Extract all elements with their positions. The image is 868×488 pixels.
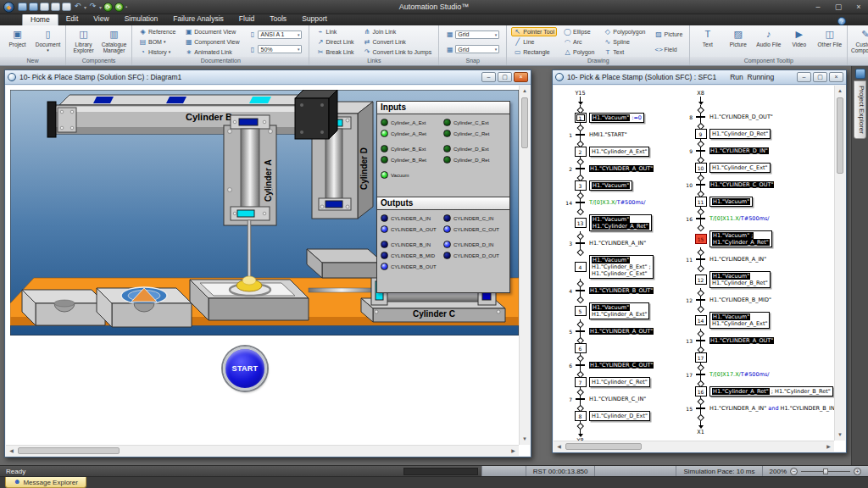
undo-icon[interactable]: ↶: [73, 3, 82, 11]
sfc-step-10[interactable]: 10H1."Cylinder_C_Ext": [682, 163, 837, 173]
qat-window-icon-1[interactable]: [18, 3, 27, 11]
help-icon[interactable]: ?: [837, 17, 846, 25]
50-select[interactable]: ▯50%▾: [246, 45, 304, 54]
catalogue-manager-button[interactable]: ▥Catalogue Manager: [99, 27, 129, 57]
qat-overflow-icon[interactable]: ▪: [125, 4, 127, 9]
sfc-close-button[interactable]: ×: [829, 72, 843, 82]
diagram-horizontal-scrollbar[interactable]: ◀ ▶: [6, 445, 519, 456]
scroll-left-icon[interactable]: ◀: [554, 441, 565, 452]
sfc-transition-14[interactable]: 14T/[0]X3.X/T#500ms/: [562, 198, 681, 207]
sfc-vertical-scrollbar[interactable]: ▲ ▼: [834, 86, 845, 441]
sfc-action-box[interactable]: H1."Vacuum"H1."Cylinder_B_Ret": [709, 271, 771, 288]
sfc-step-2[interactable]: 2H1."Cylinder_A_Ext": [562, 147, 681, 157]
sfc-jump-entry-X8[interactable]: X8: [682, 90, 719, 105]
sfc-restore-button[interactable]: ▢: [813, 72, 827, 82]
history-button[interactable]: ◔History▾: [136, 47, 178, 57]
sfc-step-box-2[interactable]: 2: [575, 147, 587, 157]
project-button[interactable]: ▣Project: [3, 27, 32, 57]
sfc-step-6[interactable]: 6: [562, 343, 681, 353]
sfc-step-5[interactable]: 5H1."Vacuum"H1."Cylinder_A_Ext": [562, 302, 681, 319]
start-button[interactable]: START: [223, 347, 267, 391]
field-button[interactable]: <>Field: [653, 45, 686, 54]
scroll-down-icon[interactable]: ▼: [520, 434, 530, 445]
sfc-step-box-4[interactable]: 4: [575, 262, 587, 272]
sfc-transition-7[interactable]: 7H1."CYLINDER_C_IN": [562, 395, 681, 403]
sfc-action-box[interactable]: H1."Vacuum" ;H1."Cylinder_A_Ret": [709, 230, 772, 247]
component-view-button[interactable]: ▦Component View: [182, 37, 242, 47]
sfc-jump-entry-Y15[interactable]: Y15: [562, 90, 598, 105]
diagram-window-titlebar[interactable]: 10- Pick & Place Stamp (Solution SFC) : …: [5, 70, 531, 85]
sfc-step-box-12[interactable]: 12: [695, 274, 707, 285]
pointer-tool-button[interactable]: ↖Pointer Tool: [511, 27, 557, 36]
sfc-action-box[interactable]: H1."Vacuum"H1."Cylinder_A_Ext": [589, 302, 649, 319]
sfc-action-box[interactable]: H1."Cylinder_C_Ext": [709, 163, 771, 173]
sfc-step-15[interactable]: 15H1."Vacuum" ;H1."Cylinder_A_Ret": [682, 230, 837, 247]
sfc-step-box-1[interactable]: 1: [575, 113, 587, 123]
sfc-step-box-9[interactable]: 9: [695, 129, 707, 139]
maximize-button[interactable]: ▢: [832, 3, 844, 11]
sfc-transition-5[interactable]: 5H1."CYLINDER_A_OUT": [562, 327, 681, 336]
sfc-transition-2[interactable]: 2H1."CYLINDER_A_OUT": [562, 164, 681, 173]
sfc-transition-9[interactable]: 9H1."CYLINDER_D_IN": [682, 147, 837, 155]
redo-icon[interactable]: ↷: [88, 3, 97, 11]
simulation-stop-icon[interactable]: ⟲: [114, 3, 124, 12]
sfc-step-box-13[interactable]: 13: [575, 218, 587, 228]
sfc-step-box-10[interactable]: 10: [695, 163, 707, 173]
sfc-step-13[interactable]: 13H1."Vacuum"H1."Cylinder_A_Ret": [562, 214, 681, 231]
polygon-button[interactable]: △Polygon: [561, 47, 597, 57]
qat-window-icon-2[interactable]: [29, 3, 38, 11]
close-button[interactable]: ×: [853, 3, 865, 11]
animated-link-button[interactable]: ∗Animated Link: [182, 47, 242, 57]
grid-select[interactable]: ▦Grid▾: [443, 45, 502, 54]
sfc-action-box[interactable]: H1."Vacuum": [589, 180, 632, 191]
sfc-step-box-7[interactable]: 7: [575, 377, 587, 387]
sfc-transition-16[interactable]: 16T/[0]X11.X/T#500ms/: [682, 214, 837, 223]
video-button[interactable]: ▶Video: [784, 27, 814, 57]
menu-tab-fluid[interactable]: Fluid: [231, 14, 262, 25]
sfc-action-box[interactable]: H1."Cylinder_D_Ret": [709, 129, 771, 139]
picture-button[interactable]: ▨Picture: [653, 30, 686, 39]
sfc-step-8[interactable]: 8H1."Cylinder_D_Ext": [562, 411, 681, 421]
sfc-step-box-8[interactable]: 8: [575, 411, 587, 421]
sfc-transition-11[interactable]: 11H1."CYLINDER_A_IN": [682, 255, 837, 263]
sfc-transition-12[interactable]: 12H1."CYLINDER_B_MID": [682, 296, 837, 304]
sfc-step-box-17[interactable]: 17: [695, 352, 707, 363]
sfc-transition-1[interactable]: 1HMI1."START": [562, 130, 681, 139]
grid-select[interactable]: ▦Grid▾: [443, 30, 502, 39]
sfc-step-box-11[interactable]: 11: [695, 197, 707, 207]
sfc-step-box-15[interactable]: 15: [695, 234, 707, 244]
qat-paste-icon[interactable]: [40, 3, 49, 11]
sfc-action-box[interactable]: H1."Vacuum"H1."Cylinder_A_Ext": [709, 312, 770, 329]
menu-tab-tools[interactable]: Tools: [262, 14, 294, 25]
sfc-transition-8[interactable]: 8H1."CYLINDER_D_OUT": [682, 113, 837, 121]
scroll-right-icon[interactable]: ▶: [823, 441, 834, 452]
sfc-step-box-14[interactable]: 14: [695, 315, 707, 325]
simulation-run-icon[interactable]: ⟳: [103, 3, 113, 12]
sfc-step-17[interactable]: 17: [682, 352, 837, 363]
sfc-action-box[interactable]: H1."Vacuum"H1."Cylinder_B_Ext" ;H1."Cyli…: [589, 255, 654, 279]
sfc-step-box-6[interactable]: 6: [575, 343, 587, 353]
reference-button[interactable]: ◈Reference: [136, 27, 178, 36]
status-simulation-pace[interactable]: Simulation Pace: 10 ms: [676, 466, 761, 477]
bom-button[interactable]: ▤BOM▾: [136, 37, 178, 47]
menu-tab-failure-analysis[interactable]: Failure Analysis: [165, 14, 231, 25]
qat-clipboard-icon[interactable]: [62, 3, 71, 11]
menu-tab-edit[interactable]: Edit: [58, 14, 86, 25]
undo-dropdown-icon[interactable]: ▾: [84, 4, 86, 10]
arc-button[interactable]: ◠Arc: [561, 37, 597, 47]
project-explorer-tab[interactable]: Project Explorer: [854, 80, 866, 139]
document-button[interactable]: ▯Document▾: [33, 27, 63, 57]
sfc-transition-15[interactable]: 15H1."CYLINDER_A_IN" and H1."CYLINDER_B_…: [682, 404, 837, 413]
redo-dropdown-icon[interactable]: ▾: [99, 4, 102, 10]
sfc-transition-3[interactable]: 3H1."CYLINDER_A_IN": [562, 239, 681, 247]
zoom-slider-thumb[interactable]: [823, 469, 828, 474]
scroll-down-icon[interactable]: ▼: [835, 430, 845, 441]
sfc-action-box[interactable]: H1."Cylinder_A_Ret" ; H1."Cylinder_B_Ret…: [709, 386, 833, 396]
direct-link-button[interactable]: ↗Direct Link: [314, 37, 356, 47]
zoom-slider[interactable]: [801, 471, 850, 472]
break-link-button[interactable]: ✂Break Link: [314, 47, 356, 57]
diagram-minimize-button[interactable]: –: [481, 72, 496, 82]
line-button[interactable]: ╱Line: [511, 37, 557, 47]
text-button[interactable]: TText: [601, 47, 648, 57]
scroll-up-icon[interactable]: ▲: [835, 86, 845, 97]
